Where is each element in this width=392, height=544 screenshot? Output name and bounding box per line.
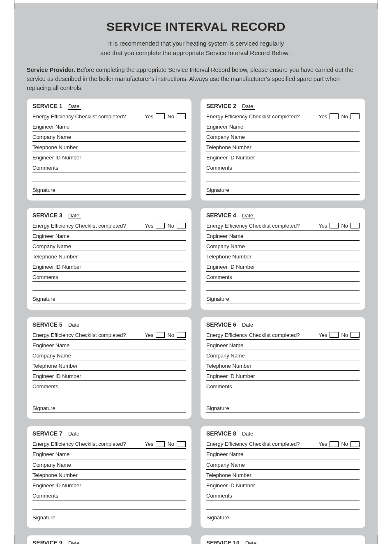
yes-checkbox[interactable] xyxy=(156,113,165,119)
yes-label: Yes xyxy=(145,332,153,338)
service-card: SERVICE 2 Date Energy Efficiency Checkli… xyxy=(201,99,365,201)
comments-field-2[interactable] xyxy=(32,175,186,182)
service-card: SERVICE 7 Date Energy Efficiency Checkli… xyxy=(27,426,191,528)
no-label: No xyxy=(341,113,348,120)
yes-checkbox[interactable] xyxy=(330,113,339,119)
yes-label: Yes xyxy=(318,332,327,338)
signature-label: Signature xyxy=(32,404,55,413)
engineer-name-label: Engineer Name xyxy=(32,123,69,131)
comments-field-2[interactable] xyxy=(206,393,360,400)
yes-checkbox[interactable] xyxy=(330,332,339,338)
service-card: SERVICE 8 Date Energy Efficiency Checkli… xyxy=(201,426,365,528)
no-checkbox[interactable] xyxy=(350,223,360,228)
no-checkbox[interactable] xyxy=(177,332,186,338)
checklist-question: Energy Efficiency Checklist completed? xyxy=(32,441,145,447)
date-label: Date xyxy=(68,431,81,437)
yes-checkbox[interactable] xyxy=(156,332,165,338)
date-label: Date xyxy=(242,322,255,328)
comments-label: Comments xyxy=(206,383,232,391)
engineer-id-label: Engineer ID Number xyxy=(32,263,81,271)
engineer-name-label: Engineer Name xyxy=(206,341,243,350)
company-name-label: Company Name xyxy=(206,461,245,469)
comments-label: Comments xyxy=(206,164,232,172)
service-heading: SERVICE 1 xyxy=(32,103,62,109)
company-name-label: Company Name xyxy=(32,352,71,360)
no-checkbox[interactable] xyxy=(350,332,360,338)
yes-label: Yes xyxy=(318,223,327,229)
telephone-label: Telephone Number xyxy=(206,362,251,370)
date-label: Date xyxy=(242,431,255,437)
signature-label: Signature xyxy=(206,404,229,413)
no-checkbox[interactable] xyxy=(177,223,186,228)
engineer-id-label: Engineer ID Number xyxy=(32,482,81,490)
no-label: No xyxy=(341,332,348,338)
telephone-label: Telephone Number xyxy=(206,253,251,261)
yes-checkbox[interactable] xyxy=(330,223,339,228)
company-name-label: Company Name xyxy=(206,133,245,141)
comments-field-2[interactable] xyxy=(206,175,360,182)
service-grid: SERVICE 1 Date Energy Efficiency Checkli… xyxy=(27,99,365,544)
engineer-id-label: Engineer ID Number xyxy=(32,154,81,162)
checklist-question: Energy Efficiency Checklist completed? xyxy=(206,223,318,229)
signature-label: Signature xyxy=(32,295,55,303)
service-card: SERVICE 9 Date Energy Efficiency Checkli… xyxy=(27,535,191,544)
service-heading: SERVICE 3 xyxy=(32,212,62,219)
yes-checkbox[interactable] xyxy=(330,441,339,447)
service-card: SERVICE 4 Date Energy Efficiency Checkli… xyxy=(201,208,365,310)
no-checkbox[interactable] xyxy=(350,441,360,447)
telephone-label: Telephone Number xyxy=(206,471,251,479)
engineer-id-label: Engineer ID Number xyxy=(206,154,255,162)
comments-field-2[interactable] xyxy=(32,502,186,509)
company-name-label: Company Name xyxy=(32,133,71,141)
comments-field-2[interactable] xyxy=(206,502,360,509)
yes-label: Yes xyxy=(145,441,153,447)
comments-label: Comments xyxy=(32,492,58,500)
yes-label: Yes xyxy=(318,113,327,120)
no-label: No xyxy=(167,441,174,447)
checklist-question: Energy Efficiency Checklist completed? xyxy=(206,113,318,120)
telephone-label: Telephone Number xyxy=(32,253,78,261)
telephone-label: Telephone Number xyxy=(32,471,78,479)
telephone-label: Telephone Number xyxy=(32,143,78,152)
engineer-name-label: Engineer Name xyxy=(206,123,243,131)
yes-checkbox[interactable] xyxy=(156,223,165,228)
comments-field-2[interactable] xyxy=(206,284,360,291)
company-name-label: Company Name xyxy=(32,242,71,251)
no-label: No xyxy=(167,332,174,338)
checklist-question: Energy Efficiency Checklist completed? xyxy=(32,332,145,338)
service-heading: SERVICE 4 xyxy=(206,212,236,219)
engineer-id-label: Engineer ID Number xyxy=(32,372,81,380)
engineer-name-label: Engineer Name xyxy=(32,341,69,350)
intro-line-2: and that you complete the appropriate Se… xyxy=(27,48,365,58)
no-checkbox[interactable] xyxy=(177,113,186,119)
service-heading: SERVICE 5 xyxy=(32,321,62,328)
signature-label: Signature xyxy=(206,186,229,194)
telephone-label: Telephone Number xyxy=(206,143,251,152)
service-heading: SERVICE 6 xyxy=(206,321,236,328)
service-card: SERVICE 6 Date Energy Efficiency Checkli… xyxy=(201,317,365,419)
service-card: SERVICE 5 Date Energy Efficiency Checkli… xyxy=(27,317,191,419)
yes-label: Yes xyxy=(318,441,327,447)
signature-label: Signature xyxy=(32,514,55,522)
no-label: No xyxy=(167,113,174,120)
date-label: Date xyxy=(242,103,255,110)
yes-checkbox[interactable] xyxy=(156,441,165,447)
no-label: No xyxy=(341,441,348,447)
comments-label: Comments xyxy=(32,383,58,391)
no-checkbox[interactable] xyxy=(177,441,186,447)
engineer-id-label: Engineer ID Number xyxy=(206,482,255,490)
comments-field-2[interactable] xyxy=(32,284,186,291)
service-heading: SERVICE 7 xyxy=(32,430,62,437)
engineer-name-label: Engineer Name xyxy=(32,450,69,459)
comments-label: Comments xyxy=(206,273,232,281)
comments-field-2[interactable] xyxy=(32,393,186,400)
service-card: SERVICE 3 Date Energy Efficiency Checkli… xyxy=(27,208,191,310)
yes-label: Yes xyxy=(145,223,153,229)
engineer-name-label: Engineer Name xyxy=(32,232,69,240)
service-heading: SERVICE 8 xyxy=(206,430,236,437)
no-checkbox[interactable] xyxy=(350,113,360,119)
date-label: Date xyxy=(68,212,81,219)
date-label: Date xyxy=(68,103,81,110)
engineer-name-label: Engineer Name xyxy=(206,232,243,240)
service-card: SERVICE 1 Date Energy Efficiency Checkli… xyxy=(27,99,191,201)
